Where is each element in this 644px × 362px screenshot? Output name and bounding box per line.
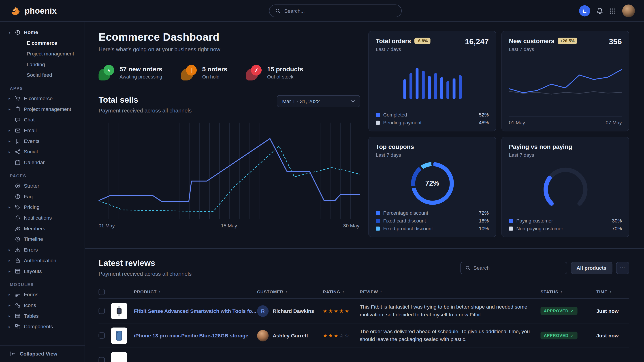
- compass-icon: [15, 183, 24, 189]
- stat-new-orders: ★ 57 new orders Awating processing: [99, 65, 162, 80]
- reviews-search[interactable]: [460, 262, 567, 274]
- reviews-title: Latest reviews: [99, 259, 192, 268]
- question-icon: [15, 194, 24, 199]
- row-checkbox[interactable]: [99, 357, 105, 362]
- sidebar-item-layouts[interactable]: ▸ Layouts: [0, 266, 84, 277]
- user-avatar[interactable]: [622, 4, 635, 17]
- phoenix-logo-icon: [10, 5, 21, 16]
- stat-out-of-stock: ✗ 15 products Out of stock: [246, 65, 303, 80]
- caret-right-icon: ▸: [9, 128, 15, 132]
- iphone-image: [116, 330, 122, 341]
- calendar-icon: [15, 160, 24, 165]
- star-filled-icon: ★: [334, 308, 339, 314]
- legend-item: Completed 52%: [376, 112, 489, 118]
- cross-icon: ✗: [246, 65, 262, 80]
- search-icon: [465, 265, 470, 270]
- reviews-controls: All products ···: [460, 262, 629, 274]
- x-axis-labels: 01 May 15 May 30 May: [99, 223, 360, 229]
- sidebar-item-home[interactable]: ▾ Home: [0, 27, 84, 38]
- chevron-down-icon: [351, 100, 355, 102]
- sidebar-item-email[interactable]: ▸ Email: [0, 125, 84, 136]
- sidebar-item-ecommerce-app[interactable]: ▸ E commerce: [0, 93, 84, 104]
- sidebar-item-components[interactable]: ▸ Components: [0, 321, 84, 332]
- product-link[interactable]: iPhone 13 pro max-Pacific Blue-128GB sto…: [134, 333, 257, 339]
- column-header-customer[interactable]: CUSTOMER↕: [257, 289, 323, 294]
- all-products-button[interactable]: All products: [571, 262, 612, 274]
- card-title: Total orders: [376, 37, 411, 44]
- sidebar-item-social-feed[interactable]: Social feed: [0, 70, 84, 80]
- more-options-button[interactable]: ···: [616, 262, 629, 274]
- latest-reviews-section: Latest reviews Payment received across a…: [99, 259, 629, 362]
- sidebar-item-events[interactable]: ▸ Events: [0, 136, 84, 147]
- sidebar-item-chat[interactable]: Chat: [0, 114, 84, 125]
- row-checkbox[interactable]: [99, 308, 105, 314]
- sidebar-item-icons[interactable]: ▸ Icons: [0, 300, 84, 311]
- table-icon: [15, 313, 24, 319]
- sidebar-item-social[interactable]: ▸ Social: [0, 146, 84, 157]
- sidebar-item-authentication[interactable]: ▸ Authentication: [0, 255, 84, 266]
- new-customers-value: 356: [609, 37, 622, 46]
- table-header: PRODUCT↕ CUSTOMER↕ RATING↕ REVIEW↕ STATU…: [99, 285, 629, 299]
- star-filled-icon: ★: [323, 308, 328, 314]
- brand[interactable]: phoenix: [10, 5, 56, 16]
- stats-row: ★ 57 new orders Awating processing ∥ 5 o…: [99, 65, 360, 80]
- caret-right-icon: ▸: [9, 314, 15, 318]
- sidebar-item-timeline[interactable]: Timeline: [0, 234, 84, 245]
- navbar-actions: [579, 0, 635, 22]
- navbar-search-input[interactable]: [284, 8, 396, 14]
- sidebar-item-starter[interactable]: Starter: [0, 181, 84, 191]
- select-all-checkbox[interactable]: [99, 289, 105, 295]
- legend-swatch: [376, 219, 380, 223]
- moon-icon: [582, 8, 588, 14]
- sidebar-item-project-management-app[interactable]: ▸ Project management: [0, 104, 84, 114]
- trend-badge: -6.8%: [414, 38, 430, 44]
- sidebar-item-tables[interactable]: ▸ Tables: [0, 311, 84, 321]
- column-header-product[interactable]: PRODUCT↕: [134, 289, 257, 294]
- column-header-time[interactable]: TIME↕: [596, 289, 629, 294]
- sidebar-item-landing[interactable]: Landing: [0, 59, 84, 70]
- reviews-search-input[interactable]: [474, 265, 562, 271]
- bar: [446, 81, 449, 99]
- sort-icon: ↕: [285, 290, 287, 294]
- legend-item: Percentage discount 72%: [376, 210, 489, 216]
- new-customers-card: New customers +26.5% Last 7 days 356: [502, 31, 629, 131]
- sidebar-item-project-management[interactable]: Project management: [0, 48, 84, 59]
- column-header-status[interactable]: STATUS↕: [540, 289, 596, 294]
- card-title: Top coupons: [376, 143, 414, 150]
- sidebar-item-ecommerce[interactable]: E commerce: [0, 38, 84, 48]
- total-sells-subtitle: Payment received across all channels: [99, 107, 192, 114]
- sidebar-item-faq[interactable]: Faq: [0, 191, 84, 202]
- caret-down-icon: ▾: [9, 30, 15, 34]
- brand-name: phoenix: [24, 6, 56, 15]
- review-time: Just now: [596, 333, 629, 339]
- collapsed-view-toggle[interactable]: Collapsed View: [0, 345, 84, 362]
- legend-item: Paying customer 30%: [509, 218, 622, 224]
- customer-avatar: [257, 330, 268, 341]
- product-link[interactable]: Fitbit Sense Advanced Smartwatch with To…: [134, 308, 257, 314]
- caret-right-icon: ▸: [9, 325, 15, 329]
- sidebar-item-pricing[interactable]: ▸ Pricing: [0, 202, 84, 213]
- date-range-select[interactable]: Mar 1 - 31, 2022: [277, 95, 360, 107]
- page-title: Ecommerce Dashboard: [99, 31, 360, 44]
- notifications-button[interactable]: [596, 7, 603, 14]
- check-icon: ✓: [570, 309, 574, 313]
- sidebar-item-calendar[interactable]: Calendar: [0, 157, 84, 168]
- legend-item: Fixed product discount 10%: [376, 226, 489, 232]
- navbar-search[interactable]: [269, 4, 402, 17]
- review-text: This Fitbit is fantastic! I was trying t…: [360, 303, 540, 319]
- clock-icon: [15, 236, 24, 242]
- collapse-icon: [10, 351, 16, 357]
- sidebar-item-errors[interactable]: ▸ Errors: [0, 245, 84, 255]
- column-header-rating[interactable]: RATING↕: [323, 289, 360, 294]
- apps-grid-button[interactable]: [610, 7, 616, 14]
- sidebar-item-members[interactable]: Members: [0, 223, 84, 234]
- row-checkbox[interactable]: [99, 333, 105, 339]
- sidebar-item-forms[interactable]: ▸ Forms: [0, 289, 84, 300]
- sidebar-section-pages: PAGES: [10, 174, 84, 178]
- theme-toggle-button[interactable]: [579, 5, 590, 16]
- column-header-review[interactable]: REVIEW↕: [360, 289, 540, 294]
- sidebar-item-notifications[interactable]: Notifications: [0, 213, 84, 223]
- star-icon: ★: [99, 65, 114, 80]
- sort-icon: ↕: [342, 290, 344, 294]
- legend-swatch: [509, 227, 513, 231]
